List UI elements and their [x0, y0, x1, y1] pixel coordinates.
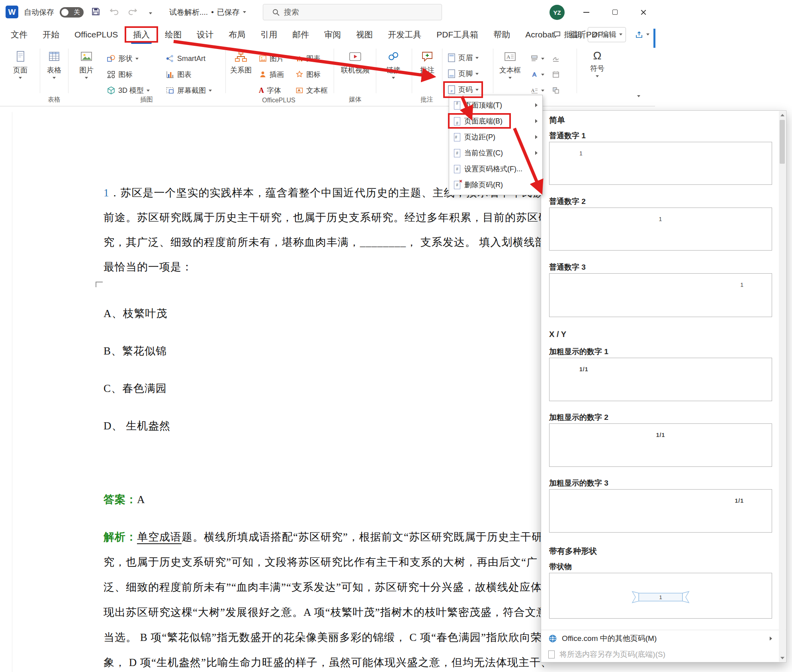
tab-pdf-toolbox[interactable]: PDF工具箱 — [429, 24, 486, 45]
diagram-button[interactable]: 关系图 — [228, 46, 254, 96]
tab-label: 视图 — [356, 29, 373, 40]
tab-view[interactable]: 视图 — [348, 24, 380, 45]
3d-models-button[interactable]: 3D 模型 — [104, 84, 152, 97]
officeplus-chart-button[interactable]: 图表 — [293, 52, 323, 65]
picture-button[interactable]: 图片 — [72, 46, 101, 96]
date-time-icon — [552, 71, 560, 78]
officeplus-picture-button[interactable]: 图片 — [256, 52, 286, 65]
menu-item-page-bottom[interactable]: 页面底端(B) — [449, 113, 542, 129]
menu-item-page-top[interactable]: 页面顶端(T) — [449, 97, 542, 113]
officeplus-illustration-button[interactable]: 插画 — [256, 68, 286, 81]
maximize-button[interactable] — [604, 0, 626, 24]
search-box[interactable]: 搜索 — [263, 4, 442, 20]
tab-design[interactable]: 设计 — [189, 24, 221, 45]
menu-item-format-page-numbers[interactable]: 设置页码格式(F)... — [449, 161, 542, 177]
icons-button[interactable]: 图标 — [104, 68, 135, 81]
textbox-button-label: 文本框 — [499, 66, 521, 74]
tab-home[interactable]: 开始 — [35, 24, 67, 45]
org-chart-icon — [234, 50, 248, 63]
gallery-item-plain-number-2[interactable]: 1 — [549, 208, 772, 251]
gallery-item-bold-number-2[interactable]: 1/1 — [549, 423, 772, 467]
tab-label: PDF工具箱 — [436, 29, 478, 40]
pages-button[interactable]: 页面 — [6, 46, 35, 96]
redo-button[interactable] — [128, 6, 139, 18]
shapes-button[interactable]: 形状 — [104, 52, 141, 65]
menu-item-page-margins[interactable]: 页边距(P) — [449, 129, 542, 145]
tab-label: 布局 — [229, 29, 245, 40]
media-group-label: 媒体 — [327, 96, 383, 104]
gallery-item-plain-number-1[interactable]: 1 — [549, 142, 772, 185]
minimize-button[interactable] — [575, 0, 597, 24]
collapse-ribbon-button[interactable] — [637, 92, 640, 99]
new-comment-button[interactable]: 批注 — [414, 46, 440, 96]
tab-layout[interactable]: 布局 — [221, 24, 253, 45]
comments-button[interactable]: 批注 — [550, 27, 582, 42]
header-button[interactable]: 页眉 — [445, 51, 481, 65]
gallery-footer-more-office[interactable]: Office.com 中的其他页码(M) — [541, 631, 779, 646]
op-font-icon: A — [259, 86, 264, 95]
tab-developer[interactable]: 开发工具 — [380, 24, 429, 45]
online-video-button[interactable]: 联机视频 — [337, 46, 374, 96]
tab-file[interactable]: 文件 — [3, 24, 35, 45]
officeplus-font-button[interactable]: A 字体 — [256, 84, 284, 97]
table-button[interactable]: 表格 — [41, 46, 67, 96]
menu-item-remove-page-numbers[interactable]: 删除页码(R) — [449, 177, 542, 193]
close-button[interactable] — [632, 0, 655, 24]
preview-number: 1 — [659, 216, 663, 222]
tab-officeplus[interactable]: OfficePLUS — [67, 24, 125, 45]
op-picture-icon — [259, 55, 267, 63]
gallery-scrollbar[interactable] — [779, 111, 786, 662]
document-title[interactable]: 试卷解析.... • 已保存 — [169, 7, 246, 18]
share-button[interactable] — [632, 28, 653, 41]
editing-mode-button[interactable]: 编辑 — [588, 27, 626, 42]
quick-parts-button[interactable] — [528, 52, 547, 65]
minimize-icon — [583, 12, 589, 13]
wordart-button[interactable]: A — [528, 68, 547, 81]
word-logo-icon[interactable]: W — [6, 6, 18, 18]
table-chevron-icon — [53, 77, 56, 79]
smartart-button[interactable]: SmartArt — [163, 52, 208, 65]
save-button[interactable] — [91, 6, 101, 18]
gallery-item-banner[interactable]: 1 — [549, 573, 772, 619]
gallery-item-bold-number-3[interactable]: 1/1 — [549, 489, 772, 533]
signature-line-button[interactable] — [550, 52, 562, 65]
scroll-up-icon[interactable] — [779, 111, 786, 119]
officeplus-group-label: OfficePLUS — [251, 97, 307, 104]
date-time-button[interactable] — [550, 68, 562, 81]
officeplus-picture-label: 图片 — [270, 54, 284, 63]
menu-item-current-position[interactable]: 当前位置(C) — [449, 145, 542, 161]
share-chevron-icon — [646, 33, 649, 35]
undo-button[interactable] — [108, 6, 119, 18]
gallery-item-plain-number-3[interactable]: 1 — [549, 273, 772, 317]
pages-chevron-icon — [19, 77, 22, 79]
page-icon — [14, 50, 27, 63]
tab-insert[interactable]: 插入 — [125, 24, 157, 45]
scroll-down-icon[interactable] — [779, 654, 786, 662]
gallery-item-bold-number-1[interactable]: 1/1 — [549, 358, 772, 401]
textbox-button[interactable]: A 文本框 — [496, 46, 524, 96]
officeplus-icon-button[interactable]: 图标 — [293, 68, 323, 81]
footer-button[interactable]: 页脚 — [445, 67, 481, 80]
gallery-section-shapes: 带有多种形状 — [549, 546, 597, 556]
page-number-button[interactable]: # 页码 — [445, 83, 481, 96]
symbol-button[interactable]: Ω 符号 — [582, 46, 612, 96]
tab-references[interactable]: 引用 — [253, 24, 285, 45]
op-chart-icon — [295, 55, 303, 63]
officeplus-textbox-button[interactable]: 文本框 — [293, 84, 330, 97]
tab-draw[interactable]: 绘图 — [157, 24, 189, 45]
pencil-icon — [591, 31, 598, 38]
tab-review[interactable]: 审阅 — [317, 24, 348, 45]
tab-mailings[interactable]: 邮件 — [285, 24, 317, 45]
scrollbar-thumb[interactable] — [780, 120, 785, 164]
object-button[interactable] — [550, 84, 562, 97]
chart-button[interactable]: 图表 — [163, 68, 194, 81]
quick-access-chevron-icon[interactable] — [149, 9, 152, 16]
autosave-toggle[interactable]: 关 — [60, 7, 84, 18]
screenshot-button[interactable]: 屏幕截图 — [163, 84, 214, 97]
avatar[interactable]: YZ — [550, 5, 565, 20]
menu-item-label: 页面顶端(T) — [464, 100, 502, 110]
chart-button-label: 图表 — [177, 70, 192, 79]
link-button[interactable]: 链接 — [378, 46, 409, 96]
tab-help[interactable]: 帮助 — [486, 24, 518, 45]
footer-chevron-icon — [475, 73, 479, 75]
